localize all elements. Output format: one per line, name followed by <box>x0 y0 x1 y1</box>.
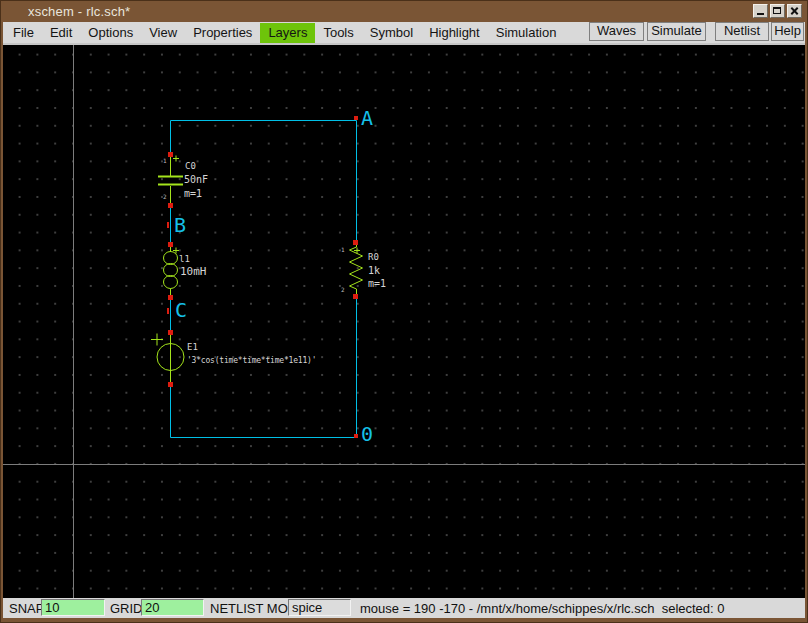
capacitor-pin1-number: 1 <box>163 158 167 164</box>
minimize-icon <box>757 13 764 15</box>
maximize-icon <box>773 7 781 14</box>
menu-file[interactable]: File <box>5 23 42 43</box>
menu-edit[interactable]: Edit <box>42 23 80 43</box>
menu-bar: FileEditOptionsViewPropertiesLayersTools… <box>3 22 805 45</box>
menu-properties[interactable]: Properties <box>185 23 260 43</box>
source-ref: E1 <box>187 343 198 352</box>
window-title: xschem - rlc.sch* <box>28 4 130 19</box>
resistor-pin1-number: 1 <box>341 247 345 253</box>
net-endpoint-a <box>354 116 358 120</box>
inductor-ref: l1 <box>179 255 190 264</box>
maximize-button[interactable] <box>770 4 785 18</box>
menu-layers[interactable]: Layers <box>260 23 315 43</box>
net-wires[interactable] <box>171 121 357 438</box>
mouse-coordinates-status: mouse = 190 -170 - /mnt/x/home/schippes/… <box>360 601 725 616</box>
resistor-pin2-number: 2 <box>341 287 345 293</box>
menu-symbol[interactable]: Symbol <box>362 23 421 43</box>
menu-highlight[interactable]: Highlight <box>421 23 488 43</box>
grid-input[interactable] <box>141 599 204 616</box>
status-bar: SNAP: GRID: NETLIST MODE: mouse = 190 -1… <box>3 598 805 618</box>
net-label-c[interactable]: C <box>175 300 187 320</box>
schematic-canvas[interactable]: A B C 0 C0 50nF m=1 1 2 l1 10mH E1 '3*co… <box>3 45 805 598</box>
resistor-ref: R0 <box>368 253 379 262</box>
voltage-source-symbol[interactable] <box>151 334 184 383</box>
source-value: '3*cos(time*time*time*1e11)' <box>187 357 316 365</box>
window-controls <box>753 4 802 18</box>
capacitor-symbol[interactable] <box>158 154 183 205</box>
waves-button[interactable]: Waves <box>589 22 644 41</box>
capacitor-mult: m=1 <box>184 189 202 199</box>
menu-tools[interactable]: Tools <box>315 23 361 43</box>
capacitor-ref: C0 <box>185 162 196 171</box>
resistor-mult: m=1 <box>368 279 386 289</box>
help-button[interactable]: Help <box>771 22 804 41</box>
capacitor-value: 50nF <box>184 175 208 185</box>
label-anchor-c <box>167 308 169 314</box>
net-label-b[interactable]: B <box>174 215 186 235</box>
snap-input[interactable] <box>41 599 105 616</box>
menu-simulation[interactable]: Simulation <box>488 23 565 43</box>
title-bar[interactable]: xschem - rlc.sch* <box>0 0 808 22</box>
plus-polarity-icon <box>151 334 163 346</box>
inductor-symbol[interactable] <box>164 244 180 297</box>
circuit-drawing <box>3 45 805 598</box>
minimize-button[interactable] <box>753 4 768 18</box>
simulate-button[interactable]: Simulate <box>647 22 706 41</box>
capacitor-pin2-number: 2 <box>163 194 167 200</box>
netlist-mode-input[interactable] <box>288 599 351 616</box>
menu-view[interactable]: View <box>141 23 185 43</box>
resistor-value: 1k <box>368 266 380 276</box>
net-endpoint-0 <box>354 434 358 438</box>
plus-polarity-icon <box>173 156 179 162</box>
net-label-a[interactable]: A <box>361 108 373 128</box>
label-anchor-b <box>167 222 169 228</box>
inductor-value: 10mH <box>180 266 207 277</box>
resistor-symbol[interactable] <box>350 242 363 295</box>
net-label-gnd[interactable]: 0 <box>361 424 373 444</box>
menu-options[interactable]: Options <box>80 23 141 43</box>
netlist-button[interactable]: Netlist <box>715 22 769 41</box>
close-button[interactable] <box>787 4 802 18</box>
